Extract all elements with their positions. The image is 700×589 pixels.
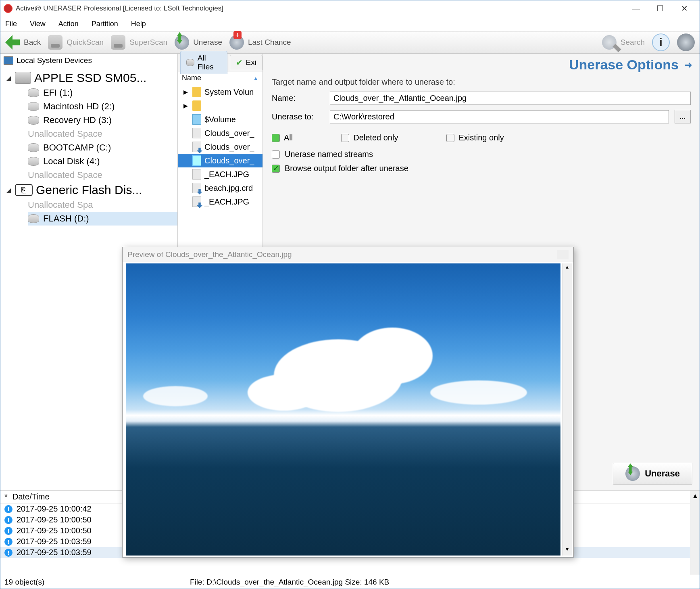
- partition-recovery-hd[interactable]: Recovery HD (3:): [28, 113, 177, 127]
- file-icon: [192, 100, 201, 111]
- menu-view[interactable]: View: [30, 20, 46, 28]
- maximize-button[interactable]: ☐: [648, 1, 672, 16]
- close-button[interactable]: ✕: [672, 1, 696, 16]
- tab-existing[interactable]: ✔Exi: [230, 55, 262, 70]
- partition-bootcamp[interactable]: BOOTCAMP (C:): [28, 141, 177, 155]
- check-named-streams[interactable]: Unerase named streams: [272, 147, 691, 161]
- file-row[interactable]: beach.jpg.crd: [178, 181, 262, 195]
- file-label: $Volume: [204, 115, 236, 124]
- filter-deleted-radio[interactable]: Deleted only: [341, 133, 398, 142]
- unerase-button[interactable]: Unerase: [175, 35, 222, 50]
- superscan-icon: [111, 35, 125, 50]
- preview-scrollbar[interactable]: ▴▾: [562, 263, 572, 556]
- log-scrollbar[interactable]: ▴: [690, 491, 700, 575]
- minimize-button[interactable]: —: [624, 1, 648, 16]
- log-col-datetime[interactable]: Date/Time: [12, 492, 50, 501]
- file-row[interactable]: ▶System Volun: [178, 85, 262, 99]
- unerase-to-label: Unerase to:: [272, 112, 324, 121]
- lastchance-icon: [229, 35, 244, 50]
- file-icon: [192, 114, 201, 125]
- next-arrow-icon[interactable]: ➜: [684, 59, 692, 71]
- checkbox-icon: [272, 150, 280, 159]
- menubar: File View Action Partition Help: [0, 17, 700, 31]
- info-button[interactable]: i: [652, 33, 670, 51]
- window-title: Active@ UNERASER Professional [Licensed …: [16, 4, 223, 13]
- unerase-icon: [625, 466, 640, 481]
- check-browse-after[interactable]: Browse output folder after unerase: [272, 161, 691, 175]
- file-icon: [192, 155, 201, 166]
- filter-all-radio[interactable]: All: [272, 133, 293, 142]
- file-label: Clouds_over_: [204, 142, 254, 152]
- volume-icon: [28, 88, 39, 97]
- file-row[interactable]: ▶: [178, 99, 262, 113]
- preview-window[interactable]: Preview of Clouds_over_the_Atlantic_Ocea…: [122, 247, 574, 558]
- file-row[interactable]: _EACH.JPG: [178, 167, 262, 181]
- unerase-to-input[interactable]: [330, 110, 669, 123]
- statusbar: 19 object(s) File: D:\Clouds_over_the_At…: [0, 575, 700, 589]
- preview-close-button[interactable]: [557, 250, 569, 259]
- disk-generic-flash[interactable]: ◢ ⎘ Generic Flash Dis...: [5, 182, 177, 198]
- log-time: 2017-09-25 10:00:42: [17, 504, 92, 514]
- sidebar-header: Local System Devices: [0, 54, 177, 67]
- options-heading: Unerase Options: [569, 57, 679, 73]
- file-label: _EACH.JPG: [204, 197, 249, 207]
- log-col-icon: *: [4, 492, 12, 501]
- settings-button[interactable]: [677, 33, 695, 51]
- column-name-header[interactable]: Name ▲: [178, 71, 262, 85]
- file-label: Clouds_over_: [204, 129, 254, 138]
- status-file: File: D:\Clouds_over_the_Atlantic_Ocean.…: [190, 578, 389, 587]
- search-icon: [602, 35, 617, 50]
- name-input[interactable]: [330, 92, 691, 105]
- expand-icon[interactable]: ◢: [5, 186, 12, 194]
- partition-unallocated[interactable]: Unallocated Spa: [28, 198, 177, 212]
- sort-asc-icon: ▲: [253, 75, 258, 81]
- file-label: beach.jpg.crd: [204, 184, 253, 193]
- file-row[interactable]: Clouds_over_: [178, 154, 262, 167]
- partition-unallocated[interactable]: Unallocated Space: [28, 127, 177, 141]
- partition-unallocated[interactable]: Unallocated Space: [28, 168, 177, 182]
- quickscan-icon: [48, 35, 62, 50]
- partition-macintosh-hd[interactable]: Macintosh HD (2:): [28, 100, 177, 113]
- radio-icon: [272, 134, 280, 142]
- file-icon: [192, 142, 201, 152]
- filter-existing-radio[interactable]: Existing only: [446, 133, 504, 142]
- expand-icon[interactable]: ◢: [5, 74, 12, 82]
- expand-icon[interactable]: ▶: [183, 89, 189, 95]
- unerase-action-button[interactable]: Unerase: [613, 463, 692, 485]
- lastchance-button[interactable]: Last Chance: [229, 35, 291, 50]
- disk-apple-ssd[interactable]: ◢ APPLE SSD SM05...: [5, 70, 177, 86]
- menu-help[interactable]: Help: [131, 20, 146, 28]
- volume-icon: [28, 157, 39, 166]
- checkbox-icon: [272, 165, 280, 173]
- back-icon: [5, 35, 20, 50]
- titlebar: Active@ UNERASER Professional [Licensed …: [0, 0, 700, 17]
- info-icon: !: [4, 549, 12, 557]
- volume-icon: [28, 214, 39, 223]
- file-row[interactable]: _EACH.JPG: [178, 195, 262, 209]
- log-time: 2017-09-25 10:00:50: [17, 515, 92, 524]
- browse-button[interactable]: ...: [675, 110, 691, 123]
- monitor-icon: [4, 56, 13, 65]
- file-icon: [192, 196, 201, 207]
- expand-icon[interactable]: ▶: [183, 102, 189, 109]
- file-label: Clouds_over_: [204, 156, 254, 165]
- file-row[interactable]: $Volume: [178, 113, 262, 126]
- radio-icon: [341, 134, 349, 142]
- app-icon: [4, 4, 12, 13]
- search-button[interactable]: Search: [602, 35, 645, 50]
- menu-file[interactable]: File: [5, 20, 17, 28]
- menu-action[interactable]: Action: [58, 20, 79, 28]
- superscan-button[interactable]: SuperScan: [111, 35, 167, 50]
- partition-flash-d[interactable]: FLASH (D:): [28, 212, 177, 226]
- file-icon: [192, 87, 201, 97]
- preview-title: Preview of Clouds_over_the_Atlantic_Ocea…: [127, 250, 292, 259]
- back-button[interactable]: Back: [5, 35, 41, 50]
- tab-all-files[interactable]: All Files: [180, 51, 227, 74]
- partition-local-disk[interactable]: Local Disk (4:): [28, 155, 177, 168]
- partition-efi[interactable]: EFI (1:): [28, 86, 177, 100]
- file-row[interactable]: Clouds_over_: [178, 140, 262, 154]
- quickscan-button[interactable]: QuickScan: [48, 35, 104, 50]
- file-row[interactable]: Clouds_over_: [178, 126, 262, 140]
- menu-partition[interactable]: Partition: [92, 20, 118, 28]
- file-icon: [192, 169, 201, 180]
